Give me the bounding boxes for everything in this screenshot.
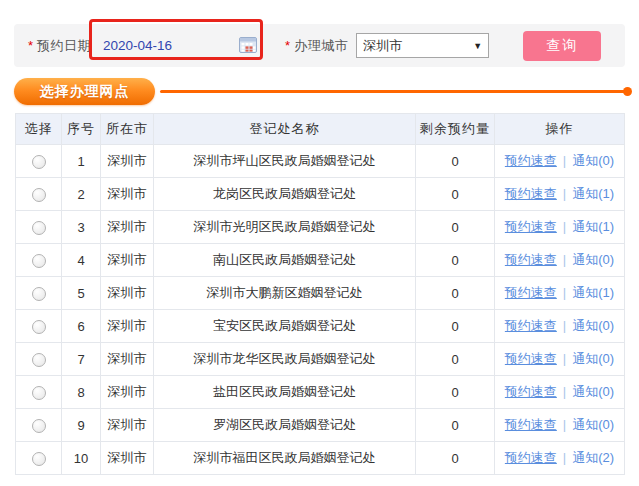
date-input[interactable]: 2020-04-16 (99, 34, 259, 58)
index-cell: 6 (62, 310, 101, 343)
required-marker: * (285, 38, 290, 53)
select-cell (16, 145, 62, 178)
select-radio[interactable] (32, 254, 46, 268)
quick-check-link[interactable]: 预约速查 (505, 318, 557, 333)
city-label-group: * 办理城市 (285, 37, 348, 55)
quick-check-link[interactable]: 预约速查 (505, 417, 557, 432)
index-cell: 4 (62, 244, 101, 277)
index-cell: 1 (62, 145, 101, 178)
col-header-index: 序号 (62, 114, 101, 145)
page: * 预约日期 2020-04-16 * 办理城市 (0, 0, 639, 486)
col-header-city: 所在市 (101, 114, 154, 145)
date-label: 预约日期 (37, 37, 91, 55)
office-name-cell: 深圳市福田区民政局婚姻登记处 (154, 442, 416, 475)
quick-check-link[interactable]: 预约速查 (505, 252, 557, 267)
table-row: 6 深圳市 宝安区民政局婚姻登记处 0 预约速查|通知(0) (16, 310, 625, 343)
notice-link[interactable]: 通知(1) (572, 285, 614, 300)
calendar-icon[interactable] (239, 37, 257, 53)
quick-check-link[interactable]: 预约速查 (505, 351, 557, 366)
city-cell: 深圳市 (101, 277, 154, 310)
select-cell (16, 343, 62, 376)
office-name-cell: 深圳市龙华区民政局婚姻登记处 (154, 343, 416, 376)
separator: | (563, 417, 566, 432)
city-cell: 深圳市 (101, 211, 154, 244)
notice-link[interactable]: 通知(1) (572, 186, 614, 201)
actions-cell: 预约速查|通知(0) (495, 145, 625, 178)
remaining-cell: 0 (416, 277, 495, 310)
index-cell: 7 (62, 343, 101, 376)
separator: | (563, 384, 566, 399)
city-select-value: 深圳市 (363, 37, 402, 55)
date-value: 2020-04-16 (99, 38, 172, 53)
office-name-cell: 深圳市大鹏新区婚姻登记处 (154, 277, 416, 310)
select-radio[interactable] (32, 419, 46, 433)
table-row: 7 深圳市 深圳市龙华区民政局婚姻登记处 0 预约速查|通知(0) (16, 343, 625, 376)
actions-cell: 预约速查|通知(0) (495, 376, 625, 409)
select-radio[interactable] (32, 188, 46, 202)
separator: | (563, 219, 566, 234)
quick-check-link[interactable]: 预约速查 (505, 384, 557, 399)
search-button[interactable]: 查询 (523, 31, 601, 61)
separator: | (563, 252, 566, 267)
notice-link[interactable]: 通知(0) (572, 351, 614, 366)
notice-link[interactable]: 通知(0) (572, 318, 614, 333)
index-cell: 9 (62, 409, 101, 442)
city-cell: 深圳市 (101, 178, 154, 211)
select-radio[interactable] (32, 287, 46, 301)
table-body: 1 深圳市 深圳市坪山区民政局婚姻登记处 0 预约速查|通知(0) 2 深圳市 … (16, 145, 625, 475)
quick-check-link[interactable]: 预约速查 (505, 285, 557, 300)
select-radio[interactable] (32, 353, 46, 367)
notice-link[interactable]: 通知(1) (572, 219, 614, 234)
city-cell: 深圳市 (101, 310, 154, 343)
city-cell: 深圳市 (101, 145, 154, 178)
table-row: 8 深圳市 盐田区民政局婚姻登记处 0 预约速查|通知(0) (16, 376, 625, 409)
select-cell (16, 409, 62, 442)
col-header-select: 选择 (16, 114, 62, 145)
chevron-down-icon: ▼ (473, 41, 482, 51)
city-cell: 深圳市 (101, 409, 154, 442)
quick-check-link[interactable]: 预约速查 (505, 219, 557, 234)
quick-check-link[interactable]: 预约速查 (505, 186, 557, 201)
select-radio[interactable] (32, 386, 46, 400)
notice-link[interactable]: 通知(0) (572, 252, 614, 267)
city-cell: 深圳市 (101, 244, 154, 277)
select-cell (16, 310, 62, 343)
select-radio[interactable] (32, 452, 46, 466)
office-name-cell: 龙岗区民政局婚姻登记处 (154, 178, 416, 211)
table-header-row: 选择 序号 所在市 登记处名称 剩余预约量 操作 (16, 114, 625, 145)
select-cell (16, 244, 62, 277)
notice-link[interactable]: 通知(2) (572, 450, 614, 465)
section-header: 选择办理网点 (14, 78, 625, 106)
separator: | (563, 450, 566, 465)
actions-cell: 预约速查|通知(1) (495, 277, 625, 310)
actions-cell: 预约速查|通知(0) (495, 310, 625, 343)
select-cell (16, 277, 62, 310)
section-divider-dot (623, 87, 632, 96)
remaining-cell: 0 (416, 211, 495, 244)
select-cell (16, 178, 62, 211)
query-form: * 预约日期 2020-04-16 * 办理城市 (14, 24, 625, 67)
separator: | (563, 153, 566, 168)
remaining-cell: 0 (416, 442, 495, 475)
city-select[interactable]: 深圳市 ▼ (356, 33, 489, 58)
section-title-badge: 选择办理网点 (14, 78, 155, 105)
quick-check-link[interactable]: 预约速查 (505, 450, 557, 465)
office-name-cell: 深圳市光明区民政局婚姻登记处 (154, 211, 416, 244)
remaining-cell: 0 (416, 409, 495, 442)
remaining-cell: 0 (416, 310, 495, 343)
office-name-cell: 宝安区民政局婚姻登记处 (154, 310, 416, 343)
select-radio[interactable] (32, 320, 46, 334)
select-radio[interactable] (32, 221, 46, 235)
select-radio[interactable] (32, 155, 46, 169)
select-cell (16, 376, 62, 409)
office-name-cell: 罗湖区民政局婚姻登记处 (154, 409, 416, 442)
quick-check-link[interactable]: 预约速查 (505, 153, 557, 168)
table-row: 10 深圳市 深圳市福田区民政局婚姻登记处 0 预约速查|通知(2) (16, 442, 625, 475)
notice-link[interactable]: 通知(0) (572, 153, 614, 168)
col-header-office-name: 登记处名称 (154, 114, 416, 145)
col-header-remaining: 剩余预约量 (416, 114, 495, 145)
section-divider-line (160, 90, 628, 93)
table-row: 3 深圳市 深圳市光明区民政局婚姻登记处 0 预约速查|通知(1) (16, 211, 625, 244)
notice-link[interactable]: 通知(0) (572, 417, 614, 432)
notice-link[interactable]: 通知(0) (572, 384, 614, 399)
